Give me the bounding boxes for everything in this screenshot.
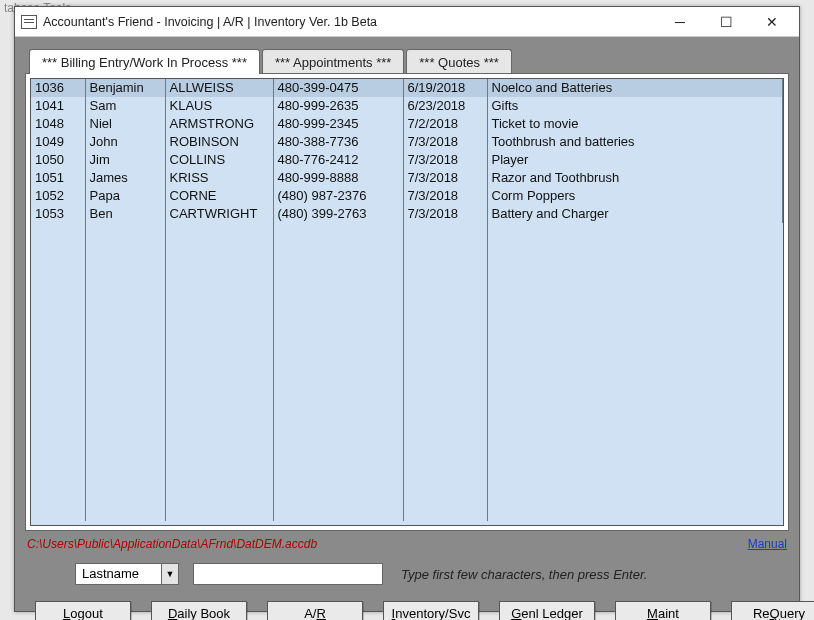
cell-phone[interactable]: 480-776-2412 <box>273 151 403 169</box>
genlledger-button[interactable]: Genl Ledger <box>499 601 595 620</box>
cell-last[interactable]: ARMSTRONG <box>165 115 273 133</box>
cell-date[interactable]: 7/2/2018 <box>403 115 487 133</box>
close-button[interactable]: ✕ <box>749 8 795 36</box>
cell-first[interactable]: Ben <box>85 205 165 223</box>
cell-last[interactable]: KRISS <box>165 169 273 187</box>
button-row: Logout Daily Book A/R Inventory/Svc Genl… <box>35 601 789 620</box>
tab-quotes[interactable]: *** Quotes *** <box>406 49 512 74</box>
cell-last[interactable]: COLLINS <box>165 151 273 169</box>
tabstrip: *** Billing Entry/Work In Process *** **… <box>29 45 789 73</box>
cell-desc[interactable]: Player <box>487 151 783 169</box>
cell-phone[interactable]: 480-388-7736 <box>273 133 403 151</box>
cell-id[interactable]: 1050 <box>31 151 85 169</box>
cell-desc[interactable]: Ticket to movie <box>487 115 783 133</box>
maint-button[interactable]: Maint <box>615 601 711 620</box>
window-controls: ─ ☐ ✕ <box>657 8 795 36</box>
table-row[interactable]: 1048NielARMSTRONG480-999-23457/2/2018Tic… <box>31 115 783 133</box>
cell-first[interactable]: John <box>85 133 165 151</box>
cell-first[interactable]: Sam <box>85 97 165 115</box>
cell-first[interactable]: Jim <box>85 151 165 169</box>
cell-id[interactable]: 1036 <box>31 79 85 97</box>
cell-last[interactable]: CORNE <box>165 187 273 205</box>
cell-first[interactable]: Papa <box>85 187 165 205</box>
table-row[interactable]: 1053BenCARTWRIGHT(480) 399-27637/3/2018B… <box>31 205 783 223</box>
cell-id[interactable]: 1049 <box>31 133 85 151</box>
cell-desc[interactable]: Noelco and Batteries <box>487 79 783 97</box>
search-hint: Type first few characters, then press En… <box>401 567 647 582</box>
ar-button[interactable]: A/R <box>267 601 363 620</box>
table-row[interactable]: 1052PapaCORNE(480) 987-23767/3/2018Corm … <box>31 187 783 205</box>
cell-desc[interactable]: Razor and Toothbrush <box>487 169 783 187</box>
tab-billing[interactable]: *** Billing Entry/Work In Process *** <box>29 49 260 74</box>
logout-button[interactable]: Logout <box>35 601 131 620</box>
table-row[interactable]: 1036BenjaminALLWEISS480-399-04756/19/201… <box>31 79 783 97</box>
cell-id[interactable]: 1052 <box>31 187 85 205</box>
cell-first[interactable]: Niel <box>85 115 165 133</box>
cell-desc[interactable]: Corm Poppers <box>487 187 783 205</box>
search-row: Lastname ▼ Type first few characters, th… <box>75 563 789 585</box>
db-path-row: C:\Users\Public\ApplicationData\AFrnd\Da… <box>27 537 787 551</box>
db-path-text: C:\Users\Public\ApplicationData\AFrnd\Da… <box>27 537 317 551</box>
cell-id[interactable]: 1041 <box>31 97 85 115</box>
cell-date[interactable]: 7/3/2018 <box>403 205 487 223</box>
chevron-down-icon[interactable]: ▼ <box>161 563 179 585</box>
search-input[interactable] <box>193 563 383 585</box>
search-combo-value[interactable]: Lastname <box>75 563 161 585</box>
cell-date[interactable]: 7/3/2018 <box>403 169 487 187</box>
cell-desc[interactable]: Toothbrush and batteries <box>487 133 783 151</box>
cell-id[interactable]: 1053 <box>31 205 85 223</box>
cell-id[interactable]: 1051 <box>31 169 85 187</box>
requery-button[interactable]: ReQuery <box>731 601 814 620</box>
cell-date[interactable]: 6/23/2018 <box>403 97 487 115</box>
tab-panel-billing: 1036BenjaminALLWEISS480-399-04756/19/201… <box>25 73 789 531</box>
table-row[interactable]: 1050JimCOLLINS480-776-24127/3/2018Player <box>31 151 783 169</box>
billing-grid[interactable]: 1036BenjaminALLWEISS480-399-04756/19/201… <box>30 78 784 526</box>
cell-phone[interactable]: (480) 399-2763 <box>273 205 403 223</box>
window-title: Accountant's Friend - Invoicing | A/R | … <box>43 15 657 29</box>
cell-last[interactable]: ROBINSON <box>165 133 273 151</box>
cell-date[interactable]: 7/3/2018 <box>403 187 487 205</box>
cell-phone[interactable]: 480-399-0475 <box>273 79 403 97</box>
cell-phone[interactable]: 480-999-2635 <box>273 97 403 115</box>
table-row[interactable]: 1051JamesKRISS480-999-88887/3/2018Razor … <box>31 169 783 187</box>
inventory-button[interactable]: Inventory/Svc <box>383 601 479 620</box>
titlebar[interactable]: Accountant's Friend - Invoicing | A/R | … <box>15 7 799 37</box>
app-window: Accountant's Friend - Invoicing | A/R | … <box>14 6 800 612</box>
maximize-button[interactable]: ☐ <box>703 8 749 36</box>
cell-phone[interactable]: (480) 987-2376 <box>273 187 403 205</box>
client-area: *** Billing Entry/Work In Process *** **… <box>15 37 799 611</box>
cell-id[interactable]: 1048 <box>31 115 85 133</box>
cell-date[interactable]: 7/3/2018 <box>403 133 487 151</box>
manual-link[interactable]: Manual <box>748 537 787 551</box>
dailybook-button[interactable]: Daily Book <box>151 601 247 620</box>
cell-phone[interactable]: 480-999-8888 <box>273 169 403 187</box>
search-field-combo[interactable]: Lastname ▼ <box>75 563 179 585</box>
cell-last[interactable]: ALLWEISS <box>165 79 273 97</box>
cell-last[interactable]: CARTWRIGHT <box>165 205 273 223</box>
cell-desc[interactable]: Gifts <box>487 97 783 115</box>
table-row[interactable]: 1049JohnROBINSON480-388-77367/3/2018Toot… <box>31 133 783 151</box>
cell-phone[interactable]: 480-999-2345 <box>273 115 403 133</box>
cell-first[interactable]: Benjamin <box>85 79 165 97</box>
form-icon <box>21 15 37 29</box>
cell-date[interactable]: 6/19/2018 <box>403 79 487 97</box>
cell-last[interactable]: KLAUS <box>165 97 273 115</box>
cell-first[interactable]: James <box>85 169 165 187</box>
cell-desc[interactable]: Battery and Charger <box>487 205 783 223</box>
tab-appointments[interactable]: *** Appointments *** <box>262 49 404 74</box>
cell-date[interactable]: 7/3/2018 <box>403 151 487 169</box>
minimize-button[interactable]: ─ <box>657 8 703 36</box>
table-row[interactable]: 1041SamKLAUS480-999-26356/23/2018Gifts <box>31 97 783 115</box>
